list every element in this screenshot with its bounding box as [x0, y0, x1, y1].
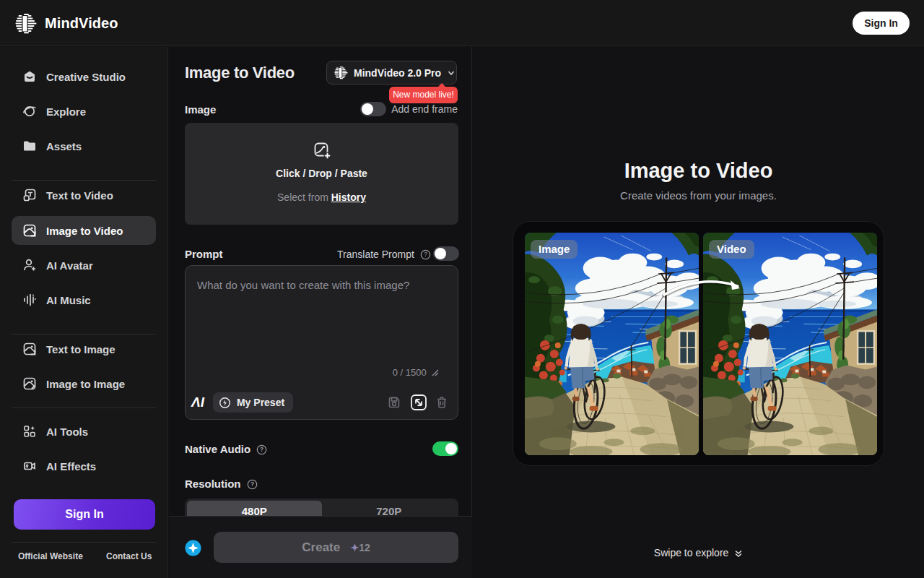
svg-text:?: ? [424, 251, 427, 258]
svg-text:?: ? [260, 446, 263, 453]
svg-text:?: ? [250, 480, 254, 488]
